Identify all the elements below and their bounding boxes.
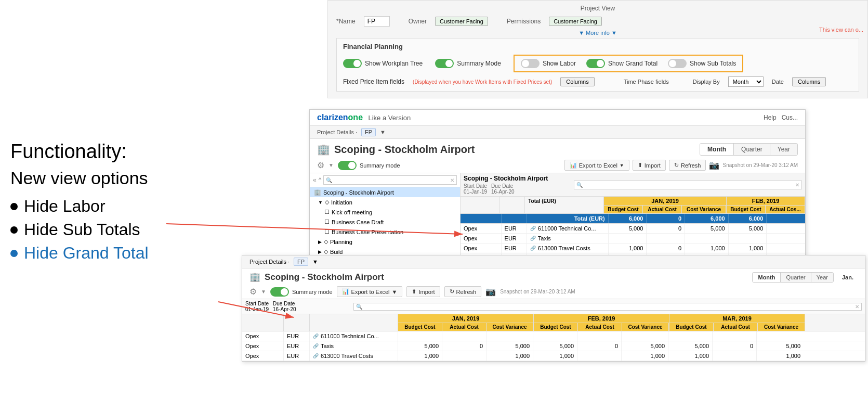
owner-label: Owner <box>409 18 427 25</box>
owner-badge: Customer Facing <box>435 17 488 26</box>
bp-jan-actual: Actual Cost <box>442 323 486 331</box>
app-header-right: Help Cus... <box>764 114 798 121</box>
tree-expand-5[interactable]: ▶ <box>318 239 322 245</box>
bp-data-row-3: Opex EUR 🔗 613000 Travel Costs 1,000 1,0… <box>242 351 865 361</box>
tab-quarter[interactable]: Quarter <box>734 144 770 155</box>
tree-item-4[interactable]: ☐ Business Case Presentation <box>310 227 460 237</box>
row2-desc-text: Taxis <box>538 235 551 241</box>
bp-search-input[interactable] <box>362 304 855 310</box>
import-btn[interactable]: ⬆ Import <box>633 160 666 171</box>
bp-jan-2019: JAN, 2019 Budget Cost Actual Cost Cost V… <box>398 314 534 331</box>
refresh-btn[interactable]: ↻ Refresh <box>669 160 706 171</box>
bp-gear-icon[interactable]: ⚙ <box>249 287 257 297</box>
tree-expand-6[interactable]: ▶ <box>318 249 322 254</box>
toggle-grand-on[interactable] <box>586 59 605 68</box>
bp-due-value: 16-Apr-20 <box>273 306 296 312</box>
bp-import-btn[interactable]: ⬆ Import <box>406 286 440 297</box>
bp-search-icon: 🔍 <box>356 304 362 310</box>
tree-item-0[interactable]: 🏢 Scoping - Stockholm Airport <box>310 187 460 197</box>
fp-columns-btn[interactable]: Columns <box>560 77 594 86</box>
bullet-list: Hide Labor Hide Sub Totals Hide Grand To… <box>10 197 249 263</box>
display-by-select[interactable]: Month Quarter Year <box>728 76 764 87</box>
bp-start-label: Start Date <box>245 301 269 306</box>
grid-search-input[interactable] <box>583 182 795 188</box>
row3-feb-budget: 1,000 <box>729 244 767 253</box>
bp-title-row: 🏢 Scoping - Stockholm Airport Month Quar… <box>242 268 865 285</box>
tree-label-6: Build <box>330 249 343 255</box>
row2-jan-budget <box>609 234 647 243</box>
bp-fp-badge[interactable]: FP <box>294 258 308 266</box>
bp-summary-on[interactable] <box>270 287 289 297</box>
bp-jan-label: Jan. <box>838 273 858 282</box>
toggle-summary-on[interactable] <box>435 59 454 68</box>
clear-search-icon[interactable]: ✕ <box>450 177 454 183</box>
row2-feb-actual <box>767 234 805 243</box>
bullet-hide-subtotals: Hide Sub Totals <box>10 220 249 239</box>
bp-clear-icon[interactable]: ✕ <box>855 304 859 310</box>
row1-jan-actual: 0 <box>647 224 685 233</box>
bp-r3-feb-b: 1,000 <box>533 351 577 361</box>
bp-r2-mar-b: 5,000 <box>668 341 713 351</box>
data-row-3: Opex EUR 🔗 613000 Travel Costs 1,000 0 1… <box>461 244 805 253</box>
tree-search-input[interactable] <box>332 177 450 183</box>
bp-search-box[interactable]: 🔍 ✕ <box>353 303 862 311</box>
grid-search-box[interactable]: 🔍 ✕ <box>574 181 802 189</box>
row2-desc: 🔗 Taxis <box>527 234 609 243</box>
bp-mar-variance: Cost Variance <box>758 323 805 331</box>
total-feb-actual <box>767 214 805 223</box>
data-row-1: Opex EUR 🔗 611000 Technical Co... 5,000 … <box>461 224 805 234</box>
name-input[interactable]: FP <box>364 16 390 27</box>
bp-gear-arrow: ▼ <box>261 289 266 294</box>
bp-title-area: 🏢 Scoping - Stockholm Airport <box>249 272 384 283</box>
jan-actual-col: Actual Cost <box>643 206 682 213</box>
more-info-link[interactable]: ▼ More info ▼ <box>336 30 859 36</box>
row3-link-icon: 🔗 <box>530 246 536 251</box>
due-date-value: 16-Apr-20 <box>491 189 514 195</box>
collapse-icon[interactable]: « <box>313 176 317 184</box>
toggle-labor-label: Show Labor <box>543 60 576 67</box>
toggle-summary-mode: Summary Mode <box>435 59 501 68</box>
tree-item-1[interactable]: ▼ ◇ Initiation <box>310 197 460 207</box>
bp-tab-month[interactable]: Month <box>753 273 781 282</box>
summary-toggle-on[interactable] <box>338 161 357 170</box>
row1-eur: EUR <box>502 224 527 233</box>
bp-tab-year[interactable]: Year <box>811 273 833 282</box>
hide-labor-text: Hide Labor <box>24 197 106 216</box>
tree-expand-1[interactable]: ▼ <box>318 200 323 205</box>
bp-r3-eur: EUR <box>284 351 310 361</box>
toggle-labor-off[interactable] <box>521 59 540 68</box>
bp-export-label: Export to Excel <box>351 289 390 295</box>
expand-icon[interactable]: ^ <box>319 176 322 184</box>
grid-clear-icon[interactable]: ✕ <box>795 182 799 188</box>
tree-item-5[interactable]: ▶ ◇ Planning <box>310 237 460 247</box>
fp-tab-badge[interactable]: FP <box>361 128 376 136</box>
bp-refresh-btn[interactable]: ↻ Refresh <box>444 286 482 297</box>
col-eur <box>500 197 525 213</box>
bp-r3-jan-v: 1,000 <box>486 351 533 361</box>
tree-item-2[interactable]: ☐ Kick off meeting <box>310 207 460 217</box>
export-excel-btn[interactable]: 📊 Export to Excel ▼ <box>564 160 629 171</box>
bp-export-btn[interactable]: 📊 Export to Excel ▼ <box>337 286 403 297</box>
help-text[interactable]: Help <box>764 114 777 121</box>
project-details-label: Project Details · <box>317 129 357 135</box>
bp-r2-desc-text: Taxis <box>321 343 334 349</box>
tab-month[interactable]: Month <box>700 144 734 155</box>
feb-budget-col: Budget Cost <box>727 206 766 213</box>
bp-r1-jan-b <box>398 331 442 341</box>
row2-type: Opex <box>461 234 502 243</box>
toggle-sub-off[interactable] <box>668 59 687 68</box>
bp-start-value: 01-Jan-19 <box>245 306 269 312</box>
bp-r1-jan-a <box>442 331 486 341</box>
tree-item-3[interactable]: ☐ Business Case Draft <box>310 217 460 227</box>
app-title-text: Scoping - Stockholm Airport <box>334 144 475 156</box>
bp-title-text: Scoping - Stockholm Airport <box>265 272 384 283</box>
bp-tab-quarter[interactable]: Quarter <box>781 273 811 282</box>
bp-type-col <box>242 314 284 331</box>
tab-year[interactable]: Year <box>770 144 797 155</box>
gear-icon[interactable]: ⚙ <box>317 160 324 170</box>
bp-import-icon: ⬆ <box>412 288 416 295</box>
time-phase-columns-btn[interactable]: Columns <box>792 77 826 86</box>
tree-search-box[interactable]: 🔍 ✕ <box>323 175 457 185</box>
bp-summary-label: Summary mode <box>292 289 333 295</box>
toggle-workplan-on[interactable] <box>343 59 362 68</box>
